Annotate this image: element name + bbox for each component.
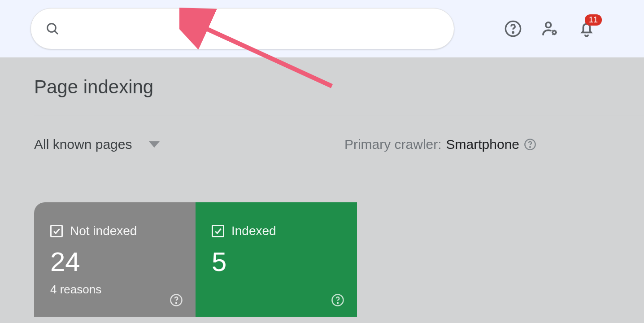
page-title: Page indexing: [34, 57, 644, 115]
card-label: Not indexed: [70, 224, 137, 238]
index-status-cards: Not indexed 24 4 reasons Indexed: [34, 202, 644, 317]
svg-line-1: [55, 31, 58, 34]
indexed-card[interactable]: Indexed 5: [196, 202, 357, 317]
search-icon: [45, 22, 60, 36]
filters-row: All known pages Primary crawler: Smartph…: [34, 115, 644, 152]
dropdown-label: All known pages: [34, 137, 132, 152]
checkbox-checked-icon[interactable]: [212, 225, 224, 237]
card-header: Indexed: [212, 224, 341, 238]
chevron-down-icon: [149, 141, 160, 148]
crawler-label: Primary crawler:: [344, 137, 442, 152]
svg-point-13: [337, 302, 338, 303]
checkbox-checked-icon[interactable]: [50, 225, 63, 237]
user-settings-icon[interactable]: [541, 20, 559, 38]
notification-badge: 11: [585, 14, 602, 26]
header-icons: 11: [504, 20, 614, 38]
search-input[interactable]: [69, 22, 439, 35]
card-label: Indexed: [231, 224, 276, 238]
notifications-icon[interactable]: 11: [578, 20, 596, 38]
main-content: Page indexing All known pages Primary cr…: [0, 57, 644, 317]
help-icon[interactable]: [504, 20, 522, 38]
svg-point-9: [530, 147, 531, 148]
top-bar: 11: [0, 0, 644, 57]
svg-point-5: [553, 31, 556, 34]
card-help-icon[interactable]: [331, 293, 344, 307]
pages-filter-dropdown[interactable]: All known pages: [34, 137, 160, 152]
indexed-count: 5: [212, 246, 341, 277]
svg-point-11: [176, 302, 177, 303]
crawler-value: Smartphone: [446, 137, 519, 152]
not-indexed-reasons: 4 reasons: [50, 283, 179, 297]
not-indexed-card[interactable]: Not indexed 24 4 reasons: [34, 202, 196, 317]
crawler-info: Primary crawler: Smartphone: [344, 137, 536, 152]
svg-point-0: [48, 24, 56, 32]
search-bar[interactable]: [30, 8, 454, 49]
svg-point-4: [546, 22, 551, 28]
not-indexed-count: 24: [50, 246, 179, 277]
card-header: Not indexed: [50, 224, 179, 238]
svg-point-3: [513, 32, 514, 33]
card-help-icon[interactable]: [170, 293, 183, 307]
crawler-help-icon[interactable]: [524, 138, 536, 151]
